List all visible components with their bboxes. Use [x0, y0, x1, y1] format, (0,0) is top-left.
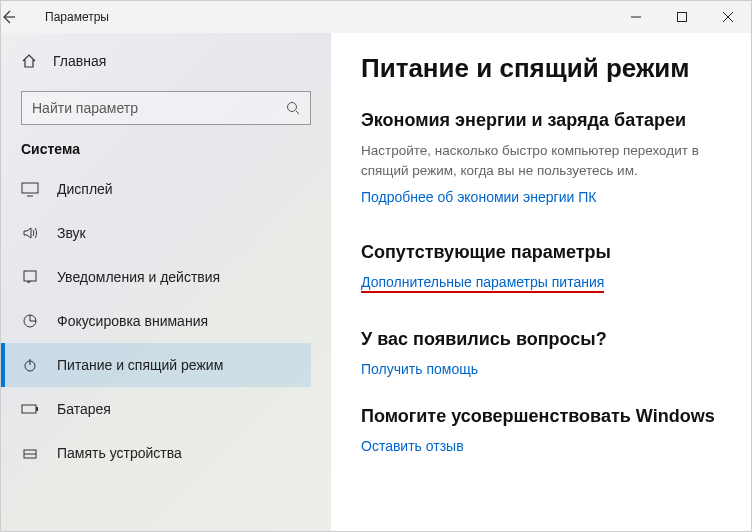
help-section: У вас появились вопросы? Получить помощь	[361, 329, 729, 378]
maximize-button[interactable]	[659, 1, 705, 33]
power-icon	[21, 357, 39, 373]
svg-rect-6	[36, 407, 38, 411]
energy-section: Экономия энергии и заряда батареи Настро…	[361, 110, 729, 206]
content-pane: Питание и спящий режим Экономия энергии …	[331, 33, 751, 531]
nav-label: Дисплей	[57, 181, 113, 197]
nav-item-sound[interactable]: Звук	[1, 211, 311, 255]
nav-label: Фокусировка внимания	[57, 313, 208, 329]
svg-rect-3	[24, 271, 36, 281]
nav-item-storage[interactable]: Память устройства	[1, 431, 311, 475]
nav-item-display[interactable]: Дисплей	[1, 167, 311, 211]
window-title: Параметры	[41, 10, 109, 24]
nav-label: Питание и спящий режим	[57, 357, 223, 373]
nav-label: Батарея	[57, 401, 111, 417]
close-button[interactable]	[705, 1, 751, 33]
nav-item-battery[interactable]: Батарея	[1, 387, 311, 431]
svg-rect-5	[22, 405, 36, 413]
battery-icon	[21, 403, 39, 415]
related-heading: Сопутствующие параметры	[361, 242, 729, 263]
search-input[interactable]	[32, 100, 286, 116]
home-icon	[21, 53, 37, 69]
nav-list: Дисплей Звук Уведомления и действия Фоку…	[21, 167, 311, 475]
group-title: Система	[21, 141, 311, 157]
storage-icon	[21, 445, 39, 461]
svg-point-1	[288, 103, 297, 112]
search-input-container[interactable]	[21, 91, 311, 125]
nav-label: Звук	[57, 225, 86, 241]
home-nav[interactable]: Главная	[21, 41, 311, 81]
home-label: Главная	[53, 53, 106, 69]
search-icon	[286, 101, 300, 115]
back-button[interactable]	[1, 10, 41, 24]
minimize-button[interactable]	[613, 1, 659, 33]
energy-heading: Экономия энергии и заряда батареи	[361, 110, 729, 131]
svg-rect-0	[678, 13, 687, 22]
svg-rect-2	[22, 183, 38, 193]
nav-item-notifications[interactable]: Уведомления и действия	[1, 255, 311, 299]
notifications-icon	[21, 269, 39, 285]
feedback-section: Помогите усовершенствовать Windows Остав…	[361, 406, 729, 455]
energy-link[interactable]: Подробнее об экономии энергии ПК	[361, 189, 596, 205]
help-heading: У вас появились вопросы?	[361, 329, 729, 350]
nav-label: Память устройства	[57, 445, 182, 461]
settings-window: Параметры Главная Систе	[0, 0, 752, 532]
feedback-heading: Помогите усовершенствовать Windows	[361, 406, 729, 427]
page-title: Питание и спящий режим	[361, 53, 729, 84]
help-link[interactable]: Получить помощь	[361, 361, 478, 377]
related-link[interactable]: Дополнительные параметры питания	[361, 274, 604, 293]
energy-desc: Настройте, насколько быстро компьютер пе…	[361, 141, 721, 180]
sidebar: Главная Система Дисплей	[1, 33, 331, 531]
sound-icon	[21, 225, 39, 241]
titlebar: Параметры	[1, 1, 751, 33]
related-section: Сопутствующие параметры Дополнительные п…	[361, 242, 729, 293]
focus-icon	[21, 313, 39, 329]
nav-item-power[interactable]: Питание и спящий режим	[1, 343, 311, 387]
feedback-link[interactable]: Оставить отзыв	[361, 438, 464, 454]
display-icon	[21, 181, 39, 197]
nav-label: Уведомления и действия	[57, 269, 220, 285]
nav-item-focus[interactable]: Фокусировка внимания	[1, 299, 311, 343]
